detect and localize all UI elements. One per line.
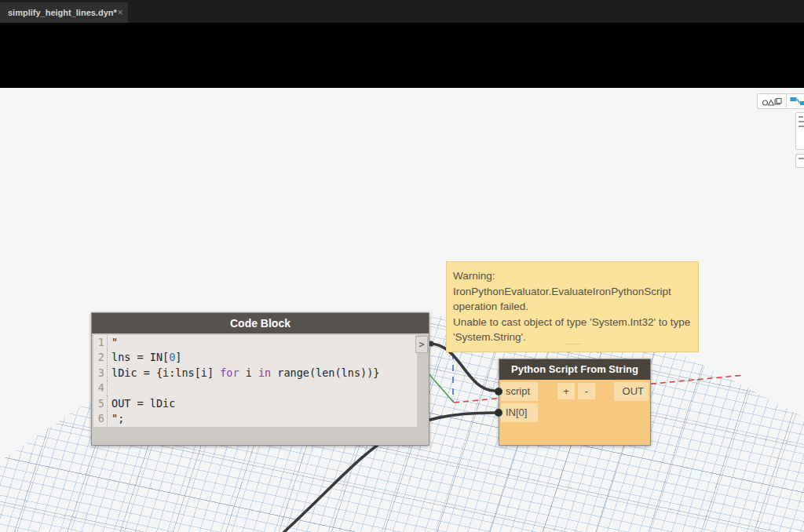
code-editor[interactable]: 1"2lns = IN[0]3lDic = {i:lns[i] for i in…: [93, 335, 417, 427]
add-input-button[interactable]: +: [557, 383, 575, 399]
code-line: 2lns = IN[0]: [93, 350, 417, 365]
code-line: 5OUT = lDic: [93, 396, 417, 411]
code-line: 6";: [93, 411, 417, 426]
warning-tooltip: Warning: IronPythonEvaluator.EvaluateIro…: [446, 261, 699, 352]
geometry-view-button[interactable]: [757, 93, 787, 109]
pan-button[interactable]: [795, 154, 804, 168]
graph-view-button[interactable]: [787, 93, 804, 109]
code-lines: 1"2lns = IN[0]3lDic = {i:lns[i] for i in…: [93, 335, 417, 426]
python-node-header[interactable]: Python Script From String: [499, 359, 650, 380]
code-block-header[interactable]: Code Block: [92, 313, 429, 333]
app-window: – □ × Generative Design Help ! simplify_…: [0, 0, 804, 532]
code-block-output-port[interactable]: >: [415, 336, 428, 353]
fit-view-icon: [799, 116, 803, 118]
tab-simplify-height-lines[interactable]: simplify_height_lines.dyn* ×: [0, 2, 128, 23]
zoom-in-icon: [799, 121, 804, 122]
workspace-canvas[interactable]: Code Block 1"2lns = IN[0]3lDic = {i:lns[…: [0, 88, 804, 532]
node-python-script-from-string[interactable]: Python Script From String script IN[0] +…: [499, 359, 651, 446]
remove-input-button[interactable]: -: [578, 383, 595, 399]
tab-bar: simplify_height_lines.dyn* ×: [0, 0, 804, 23]
node-code-block[interactable]: Code Block 1"2lns = IN[0]3lDic = {i:lns[…: [91, 312, 429, 446]
zoom-out-icon: [799, 126, 804, 127]
warning-tooltip-pointer: [565, 344, 581, 353]
tab-close-icon[interactable]: ×: [115, 2, 126, 23]
tab-title: simplify_height_lines.dyn*: [8, 2, 117, 23]
port-script[interactable]: script: [501, 382, 538, 401]
port-out[interactable]: OUT: [614, 382, 649, 401]
node-graph-icon: [790, 97, 804, 106]
script-input-connector[interactable]: [495, 388, 502, 395]
canvas-zoom-toolbar[interactable]: [795, 112, 804, 150]
view-toggle-group: [757, 93, 804, 109]
port-in0[interactable]: IN[0]: [501, 403, 538, 422]
code-line: 1": [93, 335, 417, 350]
code-line: 3lDic = {i:lns[i] for i in range(len(lns…: [93, 366, 417, 381]
geometry-shapes-icon: [762, 97, 782, 107]
code-line: 4: [93, 381, 417, 395]
pan-icon: [799, 158, 804, 159]
axis-y-green: [427, 372, 454, 403]
in0-input-connector[interactable]: [495, 409, 502, 417]
